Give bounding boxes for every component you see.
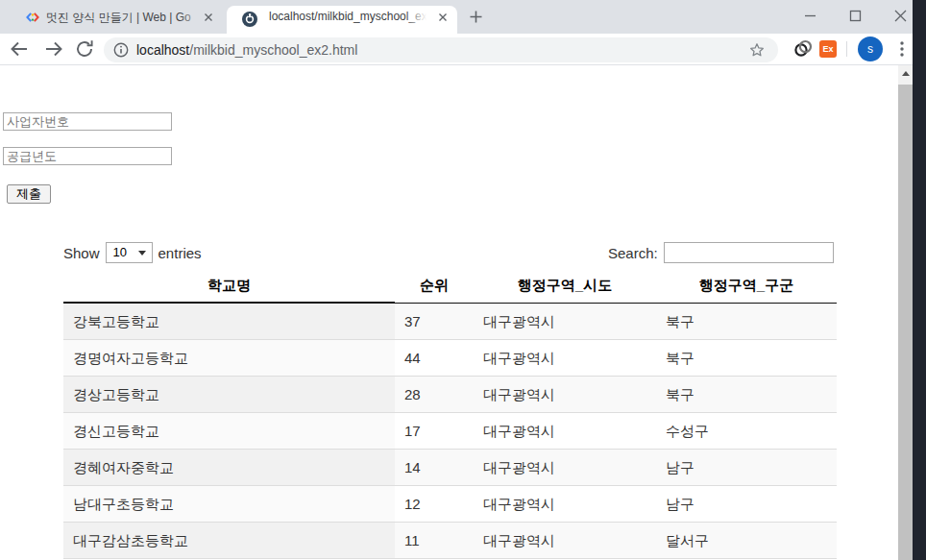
page-content: 제출 Show 10 entries Search: 학교명 순위 행정구역_시…: [0, 65, 913, 560]
browser-menu-icon[interactable]: [893, 38, 911, 60]
scroll-up-icon[interactable]: [898, 65, 913, 82]
minimize-window-icon[interactable]: [802, 8, 818, 24]
school-data-table: 학교명 순위 행정구역_시도 행정구역_구군 강북고등학교 37 대구광역시 북…: [63, 269, 837, 559]
show-label: Show: [63, 245, 100, 261]
cell-rank: 28: [395, 377, 474, 413]
cell-region-gugun: 북구: [656, 303, 837, 340]
browser-toolbar: localhost/milkbid_myschool_ex2.html Ex s: [0, 34, 913, 65]
cell-region-sido: 대구광역시: [474, 413, 656, 450]
business-number-input[interactable]: [3, 112, 172, 131]
entries-label: entries: [158, 245, 202, 261]
cell-school-name: 강북고등학교: [63, 303, 395, 340]
browser-window: 멋진 양식 만들기 | Web | Go localhost/milkbid_m…: [0, 0, 926, 560]
cell-region-gugun: 북구: [656, 377, 837, 413]
table-row: 경명여자고등학교 44 대구광역시 북구: [63, 340, 837, 377]
table-row: 경상고등학교 28 대구광역시 북구: [63, 377, 837, 413]
entries-select[interactable]: 10: [106, 242, 153, 263]
page-info-icon[interactable]: [113, 42, 129, 58]
entries-select-value: 10: [113, 245, 127, 259]
google-developers-icon: [25, 10, 40, 25]
cell-rank: 44: [395, 340, 474, 377]
cell-region-sido: 대구광역시: [474, 340, 656, 377]
loop-extension-icon[interactable]: [793, 39, 813, 59]
url-host: localhost: [136, 42, 189, 58]
table-row: 경신고등학교 17 대구광역시 수성구: [63, 413, 837, 450]
cell-school-name: 경상고등학교: [63, 377, 395, 413]
back-icon[interactable]: [8, 37, 31, 61]
cell-region-sido: 대구광역시: [474, 486, 656, 523]
site-favicon: [242, 12, 257, 27]
cell-region-gugun: 달서구: [656, 523, 837, 559]
submit-button[interactable]: 제출: [7, 184, 51, 204]
table-row: 경혜여자중학교 14 대구광역시 남구: [63, 450, 837, 486]
close-tab-icon[interactable]: [436, 11, 450, 24]
cell-region-sido: 대구광역시: [474, 377, 656, 413]
forward-icon[interactable]: [42, 37, 65, 61]
cell-rank: 12: [395, 486, 474, 523]
bookmark-star-icon[interactable]: [749, 42, 765, 58]
ex-extension-icon[interactable]: Ex: [819, 40, 837, 58]
new-tab-button[interactable]: [468, 9, 484, 25]
reload-icon[interactable]: [73, 37, 96, 61]
table-header-row: 학교명 순위 행정구역_시도 행정구역_구군: [63, 269, 837, 303]
cell-school-name: 경명여자고등학교: [63, 340, 395, 377]
cell-region-gugun: 북구: [656, 340, 837, 377]
cell-region-sido: 대구광역시: [474, 450, 656, 486]
vertical-scrollbar[interactable]: [898, 65, 913, 560]
cell-region-gugun: 수성구: [656, 413, 837, 450]
toolbar-divider: [846, 41, 847, 57]
page-length-control: Show 10 entries: [63, 242, 202, 263]
search-label: Search:: [608, 245, 658, 261]
table-row: 남대구초등학교 12 대구광역시 남구: [63, 486, 837, 523]
url-text: localhost/milkbid_myschool_ex2.html: [136, 37, 357, 62]
tab-title: 멋진 양식 만들기 | Web | Go: [46, 10, 202, 26]
dropdown-arrow-icon: [138, 251, 146, 256]
table-row: 대구감삼초등학교 11 대구광역시 달서구: [63, 523, 837, 559]
cell-school-name: 경혜여자중학교: [63, 450, 395, 486]
table-row: 강북고등학교 37 대구광역시 북구: [63, 303, 837, 340]
cell-region-gugun: 남구: [656, 486, 837, 523]
supply-year-input[interactable]: [3, 147, 172, 165]
cell-school-name: 남대구초등학교: [63, 486, 395, 523]
cell-region-sido: 대구광역시: [474, 523, 656, 559]
table-search-input[interactable]: [664, 242, 834, 263]
column-header-region-gugun[interactable]: 행정구역_구군: [656, 269, 837, 303]
close-window-icon[interactable]: [892, 8, 909, 24]
cell-school-name: 대구감삼초등학교: [63, 523, 395, 559]
maximize-window-icon[interactable]: [847, 8, 864, 24]
cell-rank: 17: [395, 413, 474, 450]
cell-region-sido: 대구광역시: [474, 303, 656, 340]
url-path: /milkbid_myschool_ex2.html: [189, 42, 357, 58]
profile-avatar[interactable]: s: [858, 37, 883, 61]
column-header-school-name[interactable]: 학교명: [63, 269, 395, 303]
cell-rank: 14: [395, 450, 474, 486]
tab-strip: 멋진 양식 만들기 | Web | Go localhost/milkbid_m…: [0, 0, 913, 34]
column-header-rank[interactable]: 순위: [395, 269, 474, 303]
tab-localhost-active[interactable]: localhost/milkbid_myschool_ex2: [227, 6, 457, 34]
tab-google-developers[interactable]: 멋진 양식 만들기 | Web | Go: [8, 0, 225, 34]
table-search-control: Search:: [608, 242, 834, 263]
cell-region-gugun: 남구: [656, 450, 837, 486]
close-tab-icon[interactable]: [202, 11, 215, 24]
address-bar[interactable]: localhost/milkbid_myschool_ex2.html: [104, 37, 778, 62]
cell-school-name: 경신고등학교: [63, 413, 395, 450]
tab-title: localhost/milkbid_myschool_ex2: [269, 10, 426, 23]
scrollbar-thumb[interactable]: [898, 85, 913, 560]
background-window-edge: [913, 0, 926, 560]
column-header-region-sido[interactable]: 행정구역_시도: [474, 269, 656, 303]
cell-rank: 11: [395, 523, 474, 559]
cell-rank: 37: [395, 303, 474, 340]
